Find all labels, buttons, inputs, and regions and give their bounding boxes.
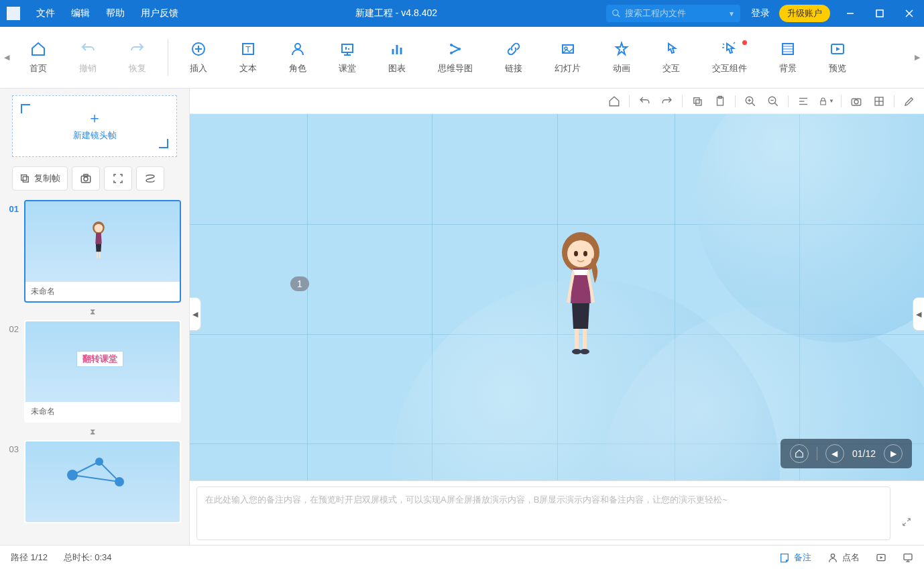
canvas-undo-icon[interactable] bbox=[636, 93, 652, 109]
search-dropdown-icon[interactable]: ▼ bbox=[728, 10, 735, 17]
canvas-redo-icon[interactable] bbox=[659, 93, 675, 109]
canvas-home-icon[interactable] bbox=[606, 93, 622, 109]
svg-line-42 bbox=[72, 462, 99, 475]
svg-rect-30 bbox=[21, 175, 27, 180]
toolbar-widget-label: 交互组件 bbox=[712, 62, 747, 74]
toolbar-scroll-left[interactable]: ◀ bbox=[0, 27, 13, 89]
toolbar-chart[interactable]: 图表 bbox=[372, 27, 422, 88]
toolbar-chart-label: 图表 bbox=[388, 62, 406, 74]
canvas-paste-icon[interactable] bbox=[712, 93, 728, 109]
new-frame-button[interactable]: ＋ 新建镜头帧 bbox=[12, 95, 177, 157]
canvas-copy-icon[interactable] bbox=[689, 93, 705, 109]
svg-point-74 bbox=[831, 554, 834, 557]
canvas-grid-icon[interactable] bbox=[871, 93, 887, 109]
menu-feedback[interactable]: 用户反馈 bbox=[133, 7, 186, 19]
svg-text:T: T bbox=[245, 44, 251, 54]
toolbar-role-label: 角色 bbox=[289, 62, 306, 74]
interact-icon bbox=[663, 41, 679, 57]
frame-label: 未命名 bbox=[25, 282, 180, 301]
frame-transition-icon[interactable]: ⧗ bbox=[4, 427, 181, 436]
sidebar-collapse-button[interactable]: ◀ bbox=[190, 297, 201, 331]
canvas-toolbar: ▼ bbox=[190, 89, 924, 114]
copy-frame-button[interactable]: 复制帧 bbox=[12, 166, 68, 191]
canvas-snapshot-icon[interactable] bbox=[848, 93, 864, 109]
svg-rect-71 bbox=[583, 329, 587, 349]
window-minimize[interactable] bbox=[835, 0, 865, 27]
role-icon bbox=[290, 41, 306, 57]
stage-marker: 1 bbox=[290, 276, 309, 291]
toolbar-text-label: 文本 bbox=[239, 62, 257, 74]
camera-icon bbox=[80, 172, 92, 185]
frame-thumb-01[interactable]: 01未命名 bbox=[4, 200, 181, 303]
camera-button[interactable] bbox=[72, 166, 100, 191]
toolbar-scroll-right[interactable]: ▶ bbox=[911, 27, 924, 89]
plus-icon: ＋ bbox=[87, 111, 102, 125]
notes-textarea[interactable] bbox=[196, 486, 890, 540]
copy-frame-label: 复制帧 bbox=[34, 172, 60, 185]
toolbar-home[interactable]: 首页 bbox=[13, 27, 63, 88]
login-link[interactable]: 登录 bbox=[751, 7, 770, 19]
status-present-button[interactable] bbox=[903, 552, 913, 563]
window-close[interactable] bbox=[894, 0, 924, 27]
toolbar-link-label: 链接 bbox=[505, 62, 522, 74]
frame-transition-icon[interactable]: ⧗ bbox=[4, 307, 181, 316]
canvas-align-icon[interactable] bbox=[795, 93, 811, 109]
toolbar-bg-label: 背景 bbox=[779, 62, 797, 74]
link-icon bbox=[506, 41, 522, 57]
toolbar-mindmap-label: 思维导图 bbox=[438, 62, 473, 74]
toolbar-role[interactable]: 角色 bbox=[273, 27, 323, 88]
toolbar-link[interactable]: 链接 bbox=[489, 27, 538, 88]
toolbar-bg[interactable]: 背景 bbox=[763, 27, 813, 88]
notification-dot bbox=[742, 40, 747, 45]
menu-edit[interactable]: 编辑 bbox=[63, 7, 98, 19]
status-play-button[interactable] bbox=[876, 552, 886, 563]
window-maximize[interactable] bbox=[865, 0, 894, 27]
canvas-edit-icon[interactable] bbox=[901, 93, 917, 109]
play-icon bbox=[876, 552, 886, 563]
page-indicator: 01/12 bbox=[852, 448, 876, 459]
toolbar-slide[interactable]: 幻灯片 bbox=[538, 27, 597, 88]
bg-icon bbox=[780, 41, 796, 57]
toolbar-anim[interactable]: 动画 bbox=[597, 27, 646, 88]
toolbar-insert[interactable]: 插入 bbox=[174, 27, 223, 88]
frame-thumb-03[interactable]: 03 bbox=[4, 440, 181, 523]
toolbar-interact-label: 交互 bbox=[662, 62, 680, 74]
toolbar-home-label: 首页 bbox=[30, 62, 47, 74]
panel-collapse-button[interactable]: ◀ bbox=[913, 297, 924, 331]
path-button[interactable] bbox=[136, 166, 164, 191]
menu-file[interactable]: 文件 bbox=[28, 7, 63, 19]
class-icon bbox=[339, 41, 355, 57]
search-input[interactable]: 搜索工程内文件 ▼ bbox=[606, 5, 740, 22]
canvas-zoom-out-icon[interactable] bbox=[765, 93, 781, 109]
toolbar-undo[interactable]: 撤销 bbox=[63, 27, 113, 88]
frame-number: 03 bbox=[4, 440, 19, 523]
stage-character[interactable] bbox=[557, 228, 604, 356]
svg-line-44 bbox=[72, 475, 119, 482]
search-icon bbox=[612, 9, 621, 18]
toolbar-mindmap[interactable]: 思维导图 bbox=[422, 27, 489, 88]
svg-point-36 bbox=[95, 224, 103, 233]
status-notes-button[interactable]: 备注 bbox=[779, 552, 811, 564]
canvas-zoom-in-icon[interactable] bbox=[742, 93, 758, 109]
upgrade-button[interactable]: 升级账户 bbox=[779, 5, 830, 22]
toolbar-class[interactable]: 课堂 bbox=[323, 27, 372, 88]
toolbar-redo[interactable]: 恢复 bbox=[113, 27, 162, 88]
toolbar-preview[interactable]: 预览 bbox=[813, 27, 862, 88]
status-duration: 总时长: 0:34 bbox=[64, 552, 112, 564]
new-frame-label: 新建镜头帧 bbox=[73, 130, 117, 142]
page-home-icon[interactable] bbox=[790, 444, 809, 463]
focus-button[interactable] bbox=[104, 166, 132, 191]
toolbar-interact[interactable]: 交互 bbox=[646, 27, 696, 88]
toolbar-widget[interactable]: 交互组件 bbox=[696, 27, 763, 88]
toolbar-slide-label: 幻灯片 bbox=[555, 62, 581, 74]
frame-thumb-02[interactable]: 02翻转课堂未命名 bbox=[4, 320, 181, 423]
page-next-button[interactable]: ▶ bbox=[884, 444, 903, 463]
canvas[interactable]: 1 bbox=[190, 114, 924, 480]
notes-expand-icon[interactable] bbox=[901, 517, 912, 527]
canvas-lock-icon[interactable]: ▼ bbox=[818, 93, 834, 109]
svg-point-72 bbox=[572, 349, 581, 354]
toolbar-text[interactable]: T文本 bbox=[223, 27, 273, 88]
menu-help[interactable]: 帮助 bbox=[98, 7, 133, 19]
status-roll-button[interactable]: 点名 bbox=[827, 552, 860, 564]
page-prev-button[interactable]: ◀ bbox=[825, 444, 844, 463]
